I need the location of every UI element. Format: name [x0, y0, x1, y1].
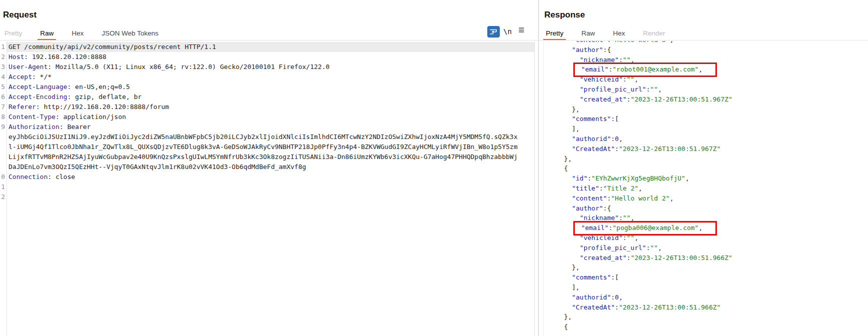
line-number — [0, 152, 7, 162]
code-token: Accept-Language — [9, 83, 67, 90]
code-token: "id" — [572, 174, 587, 182]
code-token: "EYhZwwrKjXg5egBHQbofjU" — [591, 174, 685, 182]
code-token: DaJDEnLo7vm3OQzI5QEzHHt--VjqyT0GAxNtqvJl… — [9, 163, 306, 170]
response-tab-render[interactable]: Render — [640, 30, 667, 40]
request-line: DaJDEnLo7vm3OQzI5QEzHHt--VjqyT0GAxNtqvJl… — [0, 162, 534, 172]
code-token: "" — [623, 56, 631, 64]
response-line: }, — [539, 104, 868, 114]
code-token: , — [670, 194, 674, 202]
code-token: : 192.168.20.120:8888 — [24, 53, 106, 60]
code-token: , — [670, 41, 674, 44]
request-panel-title: Request — [3, 10, 37, 20]
response-line-email-highlighted: "email":"robot001@example.com", — [539, 64, 868, 74]
response-tab-raw[interactable]: Raw — [579, 30, 597, 40]
request-line-text: Host: 192.168.20.120:8888 — [7, 52, 107, 62]
code-token: "email" — [581, 224, 609, 232]
response-line: "title":"Title 2", — [539, 184, 868, 194]
code-token: :[ — [611, 115, 619, 122]
code-token — [548, 304, 572, 311]
response-line: "content":"Hello world 2", — [539, 194, 868, 204]
code-token — [548, 174, 572, 182]
response-line: "authorid":0, — [539, 292, 868, 302]
request-line: 6Accept-Encoding: gzip, deflate, br — [0, 92, 534, 102]
line-number — [0, 142, 7, 152]
response-panel-title: Response — [544, 10, 585, 20]
code-token: "title" — [572, 184, 599, 192]
code-token: "comments" — [572, 274, 611, 281]
response-tabs: PrettyRawHexRender — [543, 28, 668, 40]
code-token: "profile_pic_url" — [580, 244, 646, 252]
response-line: "id":"EYhZwwrKjXg5egBHQbofjU", — [539, 174, 868, 184]
request-line: eyJhbGciOiJSUzI1NiJ9.eyJzdWIiOiJyc2diZW5… — [0, 132, 534, 142]
response-line: "created_at":"2023-12-26T13:00:51.966Z" — [539, 253, 868, 263]
response-line: "CreatedAt":"2023-12-26T13:00:51.967Z" — [539, 144, 868, 154]
response-line: "CreatedAt":"2023-12-26T13:00:51.966Z" — [539, 302, 868, 312]
code-token — [548, 145, 572, 152]
soft-wrap-toggle-icon[interactable] — [487, 26, 500, 38]
code-token: User-Agent — [9, 63, 48, 70]
wrap-glyph — [490, 28, 497, 35]
code-token: l-iUMGj4Qf1Tlco0JbNha1r_ZQwTlx8L_QUXsQDj… — [9, 143, 517, 150]
code-token — [548, 194, 572, 202]
request-line-text: DaJDEnLo7vm3OQzI5QEzHHt--VjqyT0GAxNtqvJl… — [7, 162, 306, 172]
code-token: , — [630, 56, 634, 64]
code-token: :{ — [603, 46, 611, 54]
response-line: ], — [539, 124, 868, 134]
response-lines: "content":"Hello world 3", "author":{ "n… — [539, 41, 868, 332]
code-token: : Bearer — [60, 123, 91, 130]
code-token: Accept-Encoding — [9, 93, 67, 100]
request-line-selected-text: GET /community/api/v2/community/posts/re… — [7, 42, 534, 52]
code-token: , — [698, 224, 702, 232]
request-line: 0Connection: close — [0, 172, 534, 182]
code-token: "content" — [572, 194, 607, 202]
response-line: }, — [539, 262, 868, 272]
code-token: : — [611, 135, 615, 142]
request-tab-hex[interactable]: Hex — [69, 30, 86, 40]
code-token: : Mozilla/5.0 (X11; Linux x86_64; rv:122… — [48, 63, 330, 70]
line-number: 2 — [0, 52, 7, 62]
request-line-text: eyJhbGciOiJSUzI1NiJ9.eyJzdWIiOiJyc2diZW5… — [7, 132, 517, 142]
request-line-text: l-iUMGj4Qf1Tlco0JbNha1r_ZQwTlx8L_QUXsQDj… — [7, 142, 517, 152]
code-token: : — [619, 214, 623, 222]
code-token: GET /community/api/v2/community/posts/re… — [9, 43, 216, 50]
line-number — [0, 162, 7, 172]
code-token: { — [548, 164, 568, 172]
response-editor[interactable]: "content":"Hello world 3", "author":{ "n… — [539, 41, 868, 336]
newline-icon[interactable]: \n — [503, 28, 512, 36]
response-tab-hex[interactable]: Hex — [610, 30, 627, 40]
code-token: : */* — [32, 73, 52, 80]
code-token: : — [611, 294, 615, 301]
code-token: : — [646, 86, 650, 93]
code-token: : — [615, 304, 619, 311]
response-line: ], — [539, 282, 868, 292]
red-highlight-box: "email":"robot001@example.com", — [573, 62, 717, 77]
menu-icon[interactable]: ≡ — [518, 24, 524, 36]
response-gutter-separator — [543, 41, 544, 336]
request-tabbar-border — [0, 40, 538, 40]
code-token: "CreatedAt" — [572, 304, 615, 311]
request-editor[interactable]: 1GET /community/api/v2/community/posts/r… — [0, 42, 534, 202]
code-token — [548, 135, 572, 142]
request-tab-json-web-tokens[interactable]: JSON Web Tokens — [99, 30, 161, 40]
request-gutter-separator — [7, 41, 7, 336]
code-token: Host — [9, 53, 24, 60]
code-token: ], — [548, 125, 580, 132]
request-line: 2Host: 192.168.20.120:8888 — [0, 52, 534, 62]
request-tab-pretty[interactable]: Pretty — [2, 30, 25, 40]
request-line: 2 — [0, 192, 534, 202]
response-line: { — [539, 322, 868, 332]
request-line: 5Accept-Language: en-US,en;q=0.5 — [0, 82, 534, 92]
code-token — [548, 46, 572, 54]
code-token: "Hello world 3" — [611, 41, 669, 44]
request-tab-raw[interactable]: Raw — [38, 30, 56, 40]
code-token: "authorid" — [572, 294, 611, 301]
code-token — [548, 274, 572, 281]
request-line-text: Referer: http://192.168.20.120:8888/foru… — [7, 102, 169, 112]
response-tab-pretty[interactable]: Pretty — [543, 30, 566, 40]
code-token: "2023-12-26T13:00:51.967Z" — [630, 96, 732, 103]
request-line: 3User-Agent: Mozilla/5.0 (X11; Linux x86… — [0, 62, 534, 72]
code-token: "CreatedAt" — [572, 145, 615, 152]
request-line: LijxfRTTvM8PnR2HZSAjIyuWcGubpav2e40U9KnQ… — [0, 152, 534, 162]
response-line: }, — [539, 154, 868, 164]
response-line: "authorid":0, — [539, 134, 868, 144]
